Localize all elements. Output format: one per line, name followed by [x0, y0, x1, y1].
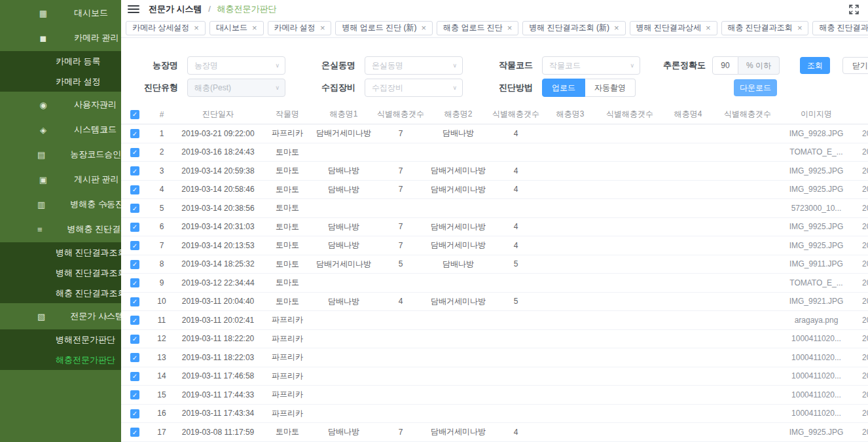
row-checkbox[interactable]: ✓: [130, 372, 139, 381]
table-row: ✓ 12 2019-03-11 18:22:20 파프리카 1000411020…: [121, 330, 868, 349]
row-checkbox[interactable]: ✓: [130, 278, 139, 287]
row-checkbox[interactable]: ✓: [130, 335, 139, 344]
search-button[interactable]: 조회: [800, 57, 830, 74]
tab[interactable]: 카메라 상세설정 ×: [126, 21, 206, 35]
cell-image-name: IMG_9925.JPG: [780, 222, 853, 231]
tab[interactable]: 해충 진단결과조회 ×: [721, 21, 809, 35]
device-select[interactable]: 수집장비 ∨: [365, 79, 463, 97]
breadcrumb-section: 전문가 시스템: [149, 4, 202, 14]
crop-code-select[interactable]: 작물코드 ∨: [542, 56, 640, 75]
cell-diagnosis-date: 2019-03-11 17:43:34: [173, 409, 262, 418]
cell-pest2-count: 4: [490, 129, 541, 138]
column-header: 진단일자: [173, 109, 262, 120]
cell-pest2-count: 5: [490, 259, 541, 268]
tab-close-icon[interactable]: ×: [706, 24, 711, 32]
tab[interactable]: 병해 업로드 진단 (新) ×: [335, 21, 433, 35]
row-checkbox[interactable]: ✓: [130, 353, 139, 362]
row-checkbox[interactable]: ✓: [130, 204, 139, 213]
cell-pest2-count: 4: [490, 241, 541, 250]
crop-code-label: 작물코드: [499, 60, 533, 71]
fullscreen-icon[interactable]: [849, 5, 859, 14]
sidebar-item[interactable]: 병해전문가판단: [0, 329, 121, 350]
close-button[interactable]: 닫기: [842, 57, 868, 74]
row-checkbox[interactable]: ✓: [130, 166, 139, 175]
sidebar-item[interactable]: ▣ 게시판 관리 ∨: [0, 168, 121, 191]
tab[interactable]: 병해 진단결과상세 ×: [630, 21, 717, 35]
sidebar-item-label: 대시보드: [74, 7, 108, 19]
sidebar-item[interactable]: ▦ 대시보드: [0, 1, 121, 25]
chevron-icon: ∧: [103, 226, 108, 233]
users-icon: ◉: [37, 100, 49, 110]
tab-close-icon[interactable]: ×: [797, 24, 803, 32]
greenhouse-select[interactable]: 온실동명 ∨: [365, 56, 463, 75]
sidebar-item-label: 해충 진단결과조회: [56, 287, 121, 299]
row-checkbox[interactable]: ✓: [130, 223, 139, 232]
sidebar-item[interactable]: ≡ 병해충 진단결과 ∧: [0, 217, 121, 241]
row-checkbox[interactable]: ✓: [130, 428, 139, 437]
row-checkbox[interactable]: ✓: [130, 148, 139, 157]
table-row: ✓ 3 2019-03-14 20:59:38 토마토 담배나방 7 담배거세미…: [121, 162, 868, 181]
cell-diagnosis-date: 2019-03-14 18:25:32: [173, 259, 262, 268]
cell-image-name: aragaya.png: [780, 316, 853, 325]
table-row: ✓ 4 2019-03-14 20:58:46 토마토 담배나방 7 담배거세미…: [121, 181, 868, 200]
cell-image-name: TOMATO_E_...: [780, 147, 853, 157]
row-checkbox[interactable]: ✓: [130, 409, 139, 418]
cell-pest1: 담배나방: [312, 426, 375, 437]
cell-crop-name: 파프리카: [262, 371, 312, 382]
row-checkbox[interactable]: ✓: [130, 316, 139, 325]
upload-toggle-button[interactable]: 업로드: [542, 79, 585, 97]
farm-select[interactable]: 농장명 ∨: [187, 56, 285, 75]
row-checkbox[interactable]: ✓: [130, 260, 139, 269]
download-button[interactable]: 다운로드: [734, 79, 777, 96]
chevron-icon: ∨: [103, 126, 108, 134]
tab-close-icon[interactable]: ×: [252, 24, 257, 32]
sidebar-item[interactable]: ◈ 시스템코드 ∨: [0, 118, 121, 141]
tab-close-icon[interactable]: ×: [507, 24, 513, 32]
cell-row-number: 16: [150, 409, 173, 418]
tab-close-icon[interactable]: ×: [320, 24, 325, 32]
tab[interactable]: 카메라 설정 ×: [268, 21, 332, 35]
cell-reg-date: 2018: [853, 297, 868, 306]
row-checkbox[interactable]: ✓: [130, 390, 139, 399]
cell-diagnosis-date: 2019-03-21 09:22:00: [173, 129, 262, 138]
sidebar-item[interactable]: 병해 진단결과조회 (新): [0, 242, 121, 263]
sidebar-item[interactable]: ▤ 농장코드승인: [0, 143, 121, 166]
auto-capture-toggle-button[interactable]: 자동촬영: [585, 79, 636, 97]
sidebar-item[interactable]: 해충전문가판단: [0, 350, 121, 370]
sidebar-item[interactable]: 병해 진단결과조회 (舊): [0, 263, 121, 283]
table-header-row: ✓ # 진단일자 작물명 해충명1 식별해충갯수 해충명2 식별해충갯수 해충명…: [121, 105, 868, 124]
menu-icon[interactable]: [128, 5, 139, 13]
diagnosis-type-select[interactable]: 해충(Pest) ∨: [187, 79, 285, 97]
row-checkbox[interactable]: ✓: [130, 129, 139, 138]
chevron-icon: ∨: [103, 101, 108, 109]
sidebar-item[interactable]: 카메라 등록: [0, 51, 121, 71]
cell-crop-name: 토마토: [262, 296, 312, 307]
cell-reg-date: 2019: [853, 371, 868, 380]
row-checkbox[interactable]: ✓: [130, 297, 139, 306]
table-row: ✓ 13 2019-03-11 18:22:03 파프리카 1000411020…: [121, 348, 868, 367]
tab[interactable]: 대시보드 ×: [209, 21, 264, 35]
select-all-checkbox[interactable]: ✓: [130, 110, 139, 119]
tab-close-icon[interactable]: ×: [194, 24, 199, 32]
tab[interactable]: 병해 진단결과조회 (新) ×: [522, 21, 625, 35]
accuracy-input[interactable]: [712, 56, 738, 75]
row-checkbox[interactable]: ✓: [130, 185, 139, 194]
sidebar-item[interactable]: 해충 진단결과조회: [0, 283, 121, 303]
farm-label: 농장명: [137, 60, 178, 71]
cell-diagnosis-date: 2019-03-11 17:46:58: [173, 371, 262, 380]
tab[interactable]: 해충 진단결과상세 ×: [812, 21, 868, 35]
sidebar-item[interactable]: ◉ 사용자관리 ∨: [0, 93, 121, 117]
sidebar-item[interactable]: 카메라 설정: [0, 71, 121, 92]
tab[interactable]: 해충 업로드 진단 ×: [437, 21, 518, 35]
row-checkbox[interactable]: ✓: [130, 241, 139, 250]
sidebar-item[interactable]: ▥ 병해충 수동진단 ∨: [0, 193, 121, 216]
cell-pest1-count: 5: [375, 259, 426, 268]
cell-reg-date: 2019: [853, 409, 868, 418]
cell-crop-name: 파프리카: [262, 389, 312, 400]
sidebar-item[interactable]: ◼ 카메라 관리 ∧: [0, 26, 121, 50]
tab-close-icon[interactable]: ×: [614, 24, 619, 32]
app-window: ▦ 대시보드 ◼ 카메라 관리 ∧ 카메라 등록 카메라 설정: [0, 0, 868, 442]
cell-diagnosis-date: 2019-03-14 20:59:38: [173, 166, 262, 175]
sidebar-item[interactable]: ▧ 전문가 시스템 ∧: [0, 304, 121, 328]
tab-close-icon[interactable]: ×: [421, 24, 426, 32]
